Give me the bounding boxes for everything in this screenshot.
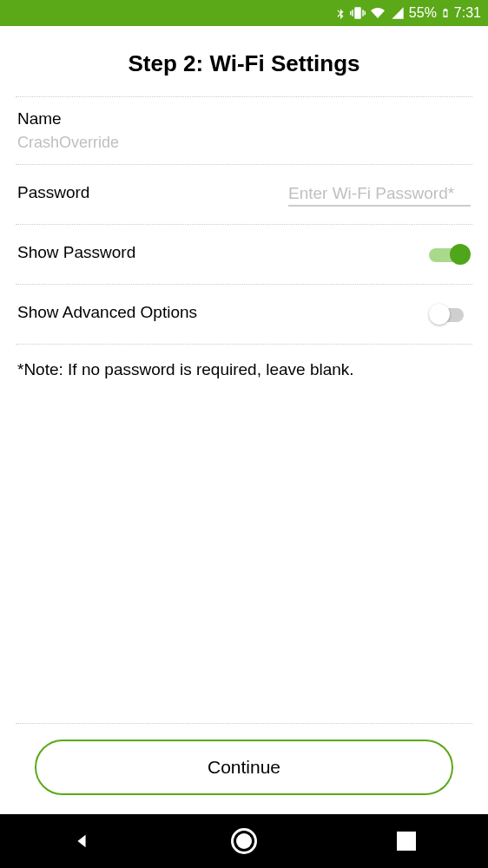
show-advanced-label: Show Advanced Options (17, 303, 197, 322)
show-advanced-toggle[interactable] (429, 302, 471, 326)
continue-button[interactable]: Continue (35, 740, 453, 795)
back-button[interactable] (56, 832, 108, 851)
page-title: Step 2: Wi-Fi Settings (0, 26, 488, 96)
wifi-icon (369, 6, 386, 20)
status-bar: 55% 7:31 (0, 0, 488, 26)
battery-pct: 55% (409, 5, 437, 21)
divider (16, 723, 472, 724)
clock-time: 7:31 (454, 5, 481, 21)
name-label: Name (17, 109, 471, 128)
name-section: Name CrashOverride (0, 97, 488, 164)
show-password-toggle[interactable] (429, 242, 471, 266)
show-advanced-row: Show Advanced Options (0, 285, 488, 344)
show-password-label: Show Password (17, 243, 135, 262)
nav-bar (0, 814, 488, 868)
recent-apps-button[interactable] (380, 832, 432, 851)
bluetooth-icon (334, 5, 346, 21)
vibrate-icon (350, 5, 366, 21)
password-input[interactable] (288, 182, 471, 207)
battery-icon (440, 5, 451, 21)
signal-icon (390, 6, 406, 20)
password-section: Password (0, 165, 488, 224)
content-area: Step 2: Wi-Fi Settings Name CrashOverrid… (0, 26, 488, 814)
note-text: *Note: If no password is required, leave… (0, 345, 488, 395)
show-password-row: Show Password (0, 225, 488, 284)
name-value: CrashOverride (17, 134, 471, 152)
home-button[interactable] (218, 828, 270, 854)
password-label: Password (17, 183, 89, 202)
